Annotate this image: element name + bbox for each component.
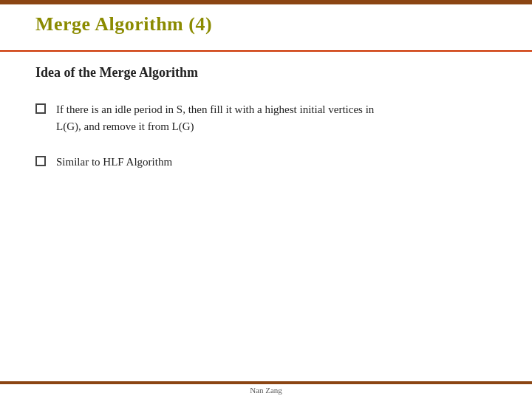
- slide: Merge Algorithm (4) Idea of the Merge Al…: [0, 0, 532, 399]
- title-rule: [0, 50, 532, 52]
- footer: Nan Zang: [0, 386, 532, 395]
- bullet-1-line1: If there is an idle period in S, then fi…: [56, 101, 374, 118]
- footer-text: Nan Zang: [250, 386, 282, 395]
- bottom-decorative-bar: [0, 381, 532, 384]
- bullet-checkbox-2: [35, 156, 46, 166]
- title-section: Merge Algorithm (4): [35, 13, 497, 35]
- slide-title: Merge Algorithm (4): [35, 13, 212, 35]
- content-subtitle: Idea of the Merge Algorithm: [35, 65, 497, 81]
- top-decorative-bar: [0, 0, 532, 4]
- content-section: Idea of the Merge Algorithm If there is …: [35, 65, 497, 188]
- bullet-item-2: Similar to HLF Algorithm: [35, 154, 497, 171]
- bullet-text-block-1: If there is an idle period in S, then fi…: [56, 101, 374, 136]
- bullet-2-line1: Similar to HLF Algorithm: [56, 154, 172, 171]
- bullet-item-1: If there is an idle period in S, then fi…: [35, 101, 497, 136]
- bullet-1-line2: L(G), and remove it from L(G): [56, 118, 374, 135]
- bullet-checkbox-1: [35, 103, 46, 114]
- bullet-text-block-2: Similar to HLF Algorithm: [56, 154, 172, 171]
